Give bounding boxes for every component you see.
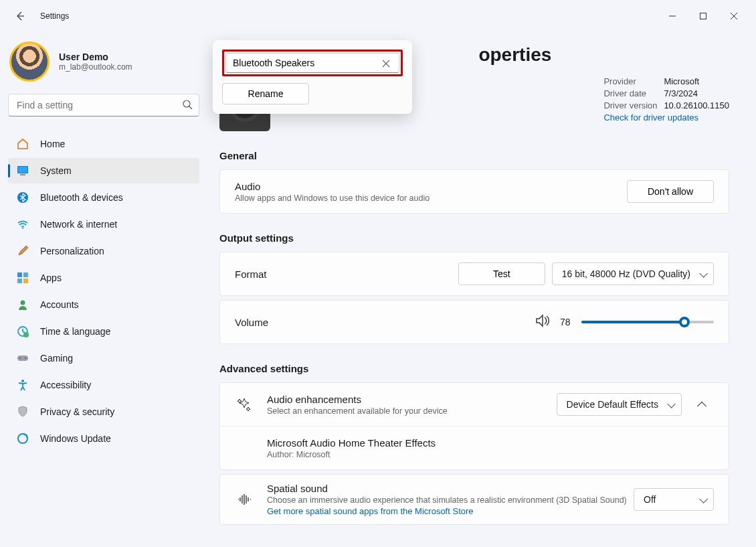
enhancements-sub: Select an enhancement available for your… (267, 406, 557, 416)
svg-rect-3 (18, 167, 27, 173)
sidebar-item-time[interactable]: Time & language (8, 319, 199, 344)
home-icon (16, 137, 29, 151)
person-icon (16, 298, 29, 311)
wifi-icon (16, 218, 29, 231)
avatar (9, 42, 50, 82)
sidebar-item-label: Personalization (40, 246, 104, 256)
sidebar-item-bluetooth[interactable]: Bluetooth & devices (8, 185, 199, 210)
sidebar-item-personalization[interactable]: Personalization (8, 238, 199, 264)
profile-email: m_lab@outlook.com (59, 62, 132, 72)
svg-rect-8 (23, 272, 28, 277)
check-updates-link[interactable]: Check for driver updates (603, 112, 729, 123)
rename-input[interactable] (225, 53, 399, 73)
svg-point-17 (21, 380, 24, 382)
sidebar-item-system[interactable]: System (8, 158, 199, 183)
profile[interactable]: User Demo m_lab@outlook.com (9, 42, 199, 82)
svg-rect-0 (700, 13, 706, 19)
sidebar-item-network[interactable]: Network & internet (8, 212, 199, 237)
svg-point-1 (183, 100, 190, 107)
svg-point-13 (23, 332, 29, 337)
sidebar-item-accounts[interactable]: Accounts (8, 292, 199, 317)
clock-icon (16, 325, 29, 338)
search-wrap (8, 94, 199, 116)
sidebar-item-label: Time & language (40, 326, 110, 337)
sidebar-item-apps[interactable]: Apps (8, 265, 199, 291)
update-icon (16, 432, 29, 445)
bluetooth-icon (16, 191, 29, 204)
titlebar: Settings (0, 0, 756, 32)
gamepad-icon (16, 351, 29, 365)
driver-version-label: Driver version (603, 100, 664, 110)
minimize-icon (668, 12, 676, 20)
enhancements-select[interactable]: Device Default Effects (557, 393, 682, 416)
svg-rect-10 (23, 279, 28, 283)
system-icon (16, 164, 29, 177)
accessibility-icon (16, 378, 29, 392)
format-select[interactable]: 16 bit, 48000 Hz (DVD Quality) (552, 262, 714, 285)
sidebar: User Demo m_lab@outlook.com Home System … (0, 32, 207, 547)
search-input[interactable] (8, 94, 199, 116)
back-button[interactable] (7, 5, 33, 27)
sidebar-item-home[interactable]: Home (8, 131, 199, 157)
maximize-icon (699, 12, 707, 20)
chevron-up-icon (697, 402, 706, 411)
volume-label: Volume (235, 317, 536, 328)
svg-point-15 (19, 358, 21, 359)
ms-effects-sub: Author: Microsoft (267, 450, 714, 459)
search-icon (182, 99, 193, 112)
rename-button[interactable]: Rename (222, 83, 309, 104)
spatial-select[interactable]: Off (634, 488, 714, 511)
sidebar-item-label: Accessibility (40, 380, 91, 390)
window-title: Settings (40, 11, 69, 21)
minimize-button[interactable] (657, 5, 688, 27)
sidebar-item-gaming[interactable]: Gaming (8, 345, 199, 371)
sidebar-item-label: Apps (40, 272, 62, 283)
clear-input-button[interactable] (382, 58, 391, 68)
svg-point-16 (25, 358, 26, 359)
spatial-sub: Choose an immersive audio experience tha… (267, 495, 634, 505)
ms-effects-title: Microsoft Audio Home Theater Effects (267, 437, 714, 449)
soundwave-icon (235, 493, 254, 505)
sidebar-item-label: Gaming (40, 353, 73, 364)
general-heading: General (219, 150, 729, 161)
rename-popover: Rename (213, 40, 412, 114)
svg-rect-9 (17, 279, 22, 283)
volume-slider[interactable] (581, 321, 714, 323)
sidebar-item-label: Privacy & security (40, 406, 114, 417)
profile-name: User Demo (59, 52, 132, 62)
sidebar-item-privacy[interactable]: Privacy & security (8, 399, 199, 424)
driver-date-value: 7/3/2024 (664, 88, 698, 98)
driver-version-value: 10.0.26100.1150 (664, 100, 729, 110)
spatial-title: Spatial sound (267, 483, 634, 494)
maximize-button[interactable] (688, 5, 719, 27)
dont-allow-button[interactable]: Don't allow (627, 180, 714, 203)
close-button[interactable] (719, 5, 749, 27)
svg-point-11 (21, 301, 25, 305)
provider-label: Provider (603, 76, 664, 86)
expand-button[interactable] (690, 392, 714, 416)
driver-info: ProviderMicrosoft Driver date7/3/2024 Dr… (603, 76, 729, 123)
sidebar-item-update[interactable]: Windows Update (8, 426, 199, 451)
sidebar-item-accessibility[interactable]: Accessibility (8, 372, 199, 398)
sidebar-item-label: Network & internet (40, 219, 117, 230)
advanced-heading: Advanced settings (219, 363, 729, 374)
test-button[interactable]: Test (458, 262, 545, 285)
speaker-icon[interactable] (536, 314, 551, 330)
close-icon (730, 12, 738, 20)
spatial-store-link[interactable]: Get more spatial sound apps from the Mic… (267, 506, 634, 516)
sidebar-item-label: Bluetooth & devices (40, 192, 123, 203)
sparkle-icon (235, 398, 254, 411)
svg-rect-14 (17, 356, 28, 361)
slider-thumb[interactable] (679, 317, 690, 327)
sidebar-item-label: Home (40, 139, 65, 149)
audio-sub: Allow apps and Windows to use this devic… (235, 193, 627, 203)
format-label: Format (235, 268, 458, 280)
sidebar-item-label: Windows Update (40, 433, 111, 444)
svg-rect-4 (20, 174, 25, 175)
svg-point-6 (22, 228, 23, 229)
svg-rect-7 (17, 272, 22, 277)
provider-value: Microsoft (664, 76, 699, 86)
arrow-left-icon (15, 11, 25, 21)
brush-icon (16, 244, 29, 258)
sidebar-item-label: Accounts (40, 299, 79, 310)
